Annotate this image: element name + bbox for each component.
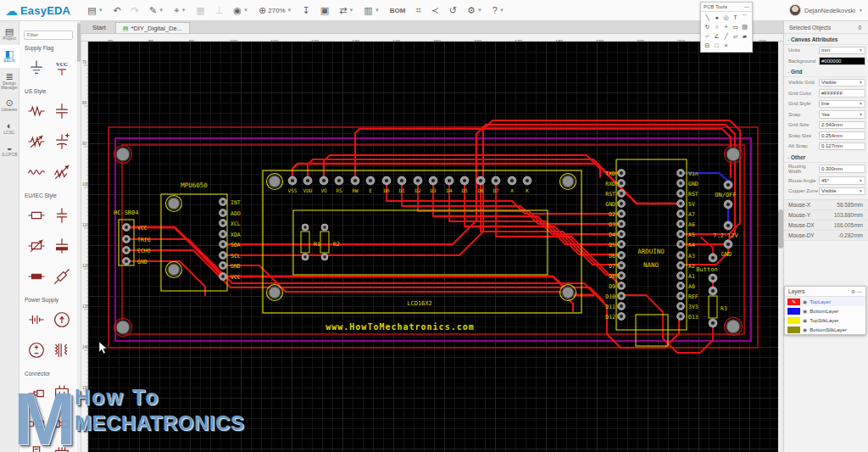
mounting-hole[interactable]: [168, 198, 180, 209]
library-item-pin-header[interactable]: [24, 439, 49, 452]
field-grid-color[interactable]: #FFFFFF: [819, 89, 865, 98]
mounting-hole[interactable]: [269, 176, 281, 187]
layer-color-swatch[interactable]: [787, 308, 800, 315]
library-item-capacitor-us[interactable]: [49, 96, 75, 126]
edit-icon[interactable]: ✎▼: [145, 3, 168, 18]
rect-tool[interactable]: ▭: [731, 22, 740, 31]
user-avatar[interactable]: [789, 4, 801, 16]
rail-item-lcsc[interactable]: ◐LCSC: [0, 117, 19, 139]
line-tool[interactable]: ╱: [721, 31, 731, 41]
collapse-icon[interactable]: —: [857, 289, 862, 294]
rail-item-eelib[interactable]: ◧EELib: [0, 45, 19, 67]
library-item-socket-2pin[interactable]: [49, 378, 75, 409]
library-item-thermistor-us[interactable]: [24, 157, 49, 187]
eye-icon[interactable]: ◉: [803, 317, 807, 323]
field-grid-style[interactable]: line▼: [819, 100, 865, 109]
library-item-trimmer-resistor-us[interactable]: [24, 126, 49, 157]
layer-row-bottomsilklayer[interactable]: ◉BottomSilkLayer: [785, 325, 865, 334]
layer-row-bottomlayer[interactable]: ◉BottomLayer: [785, 306, 865, 315]
angle-tool[interactable]: ∠: [712, 31, 721, 41]
layer-color-swatch[interactable]: [787, 326, 800, 333]
eye-icon[interactable]: ◉: [803, 308, 807, 314]
text-tool[interactable]: T: [731, 13, 740, 22]
section-title-other[interactable]: Other: [784, 152, 868, 163]
library-item-connector-block[interactable]: [49, 439, 75, 452]
library-item-trimmer-resistor-eu[interactable]: [24, 231, 49, 261]
view-icon[interactable]: ◉▼: [229, 3, 253, 18]
share-icon[interactable]: ≺: [427, 3, 443, 18]
eye-icon[interactable]: ◉: [803, 299, 807, 304]
undo-icon[interactable]: ↶: [109, 3, 125, 18]
library-item-plug[interactable]: [24, 378, 49, 409]
rail-item-project[interactable]: ▤Project: [0, 23, 19, 45]
track-tool[interactable]: ╲: [703, 13, 712, 22]
library-item-resistor-us[interactable]: [24, 96, 49, 126]
solid-region-tool[interactable]: ▰: [740, 31, 749, 41]
library-item-voltage-source[interactable]: [24, 335, 49, 366]
library-item-connector-pair-2[interactable]: [49, 409, 75, 439]
move-tool[interactable]: +: [721, 22, 731, 31]
library-item-capacitor-eu[interactable]: [49, 200, 75, 231]
library-item-connector-pair-1[interactable]: [24, 409, 49, 439]
library-item-filled-resistor-eu[interactable]: [24, 261, 49, 292]
collapse-icon[interactable]: —: [744, 4, 749, 9]
rail-item-design-manager[interactable]: ≣Design Manager: [0, 68, 19, 95]
section-title-grid[interactable]: Grid: [784, 66, 868, 77]
library-scrollbar[interactable]: [77, 21, 81, 452]
measure-tool[interactable]: ⊟: [703, 41, 712, 50]
eye-icon[interactable]: ◉: [803, 326, 807, 332]
library-item-gnd-flag[interactable]: [24, 53, 49, 83]
mounting-hole[interactable]: [726, 148, 740, 161]
file-icon[interactable]: ▤▼: [83, 3, 107, 18]
field-background[interactable]: #000000: [819, 57, 865, 65]
layer-row-toplayer[interactable]: ✎◉TopLayer: [785, 297, 865, 306]
library-item-resistor-eu[interactable]: [24, 200, 49, 231]
delete-tool[interactable]: ×: [721, 41, 731, 50]
history-icon[interactable]: ↺: [445, 3, 461, 18]
library-item-varistor-us[interactable]: [49, 157, 75, 187]
tab--diy_digital_de-[interactable]: ▤*DIY_Digital_De...: [115, 22, 190, 33]
library-item-electrolytic-capacitor[interactable]: [49, 231, 75, 261]
canvas-scrollbar[interactable]: [778, 42, 783, 452]
library-item-vcc-flag[interactable]: VCC: [49, 53, 75, 83]
pcb-canvas[interactable]: VCCTRIGECHOGNDHC-SR04INTADOXCLXDASDASCLG…: [88, 42, 783, 452]
layer-row-topsilklayer[interactable]: ◉TopSilkLayer: [785, 315, 865, 325]
rotate-tool[interactable]: ↻: [703, 22, 712, 31]
section-title-canvas-attributes[interactable]: Canvas Attributes: [784, 34, 868, 45]
field-visible-grid[interactable]: Visible▼: [819, 79, 865, 87]
field-snap[interactable]: Yes▼: [819, 110, 865, 119]
place-icon[interactable]: ⌖▼: [170, 3, 190, 18]
field-units[interactable]: mm▼: [819, 47, 865, 55]
chart-icon[interactable]: ⌗: [411, 3, 425, 18]
route-icon[interactable]: ⇄▼: [335, 3, 358, 18]
field-copper-zone[interactable]: Visible▼: [819, 187, 865, 196]
library-item-current-source[interactable]: [49, 304, 75, 335]
filter-input[interactable]: [24, 31, 73, 40]
layer-color-swatch[interactable]: [787, 317, 800, 324]
tab-start[interactable]: Start: [85, 21, 114, 33]
pad-tool[interactable]: ●: [712, 13, 721, 22]
help-icon[interactable]: ?▼: [488, 3, 509, 17]
library-item-polarized-capacitor[interactable]: [49, 126, 75, 157]
field-alt-snap[interactable]: 0.127mm: [819, 142, 865, 151]
rail-item-libraries[interactable]: ⊙Libraries: [0, 94, 19, 116]
rail-item-jlcpcb[interactable]: ◒JLCPCB: [0, 139, 19, 161]
zoom-icon[interactable]: ⊕270%▼: [254, 3, 297, 18]
library-item-diagonal-resistor-eu[interactable]: [49, 261, 75, 292]
copper-area-tool[interactable]: ▱: [731, 31, 740, 41]
settings-icon[interactable]: ⚙▼: [463, 3, 487, 18]
field-grid-size[interactable]: 2.540mm: [819, 121, 865, 130]
circle-tool[interactable]: ○: [712, 22, 721, 31]
mounting-hole[interactable]: [168, 264, 180, 276]
mounting-hole[interactable]: [726, 320, 740, 333]
mounting-hole[interactable]: [116, 321, 130, 334]
field-snap-size[interactable]: 0.254mm: [819, 131, 865, 140]
field-route-angle[interactable]: 45°▼: [819, 176, 865, 185]
hole-tool[interactable]: □: [712, 41, 721, 50]
image-tool[interactable]: ▨: [740, 22, 749, 31]
arc-tool[interactable]: ⌒: [740, 13, 749, 22]
layer-manager-icon[interactable]: ▥▼: [359, 3, 383, 18]
via-tool[interactable]: ◎: [721, 13, 731, 22]
mounting-hole[interactable]: [562, 287, 574, 299]
import-icon[interactable]: ↧: [298, 3, 314, 18]
